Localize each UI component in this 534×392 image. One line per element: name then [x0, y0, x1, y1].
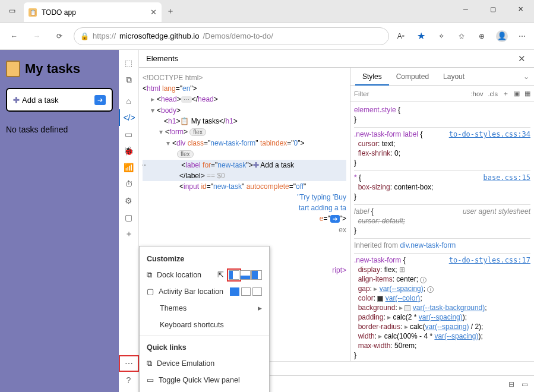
dock-popout-icon[interactable]: ⇱	[217, 270, 224, 280]
window-close-button[interactable]: ✕	[507, 0, 534, 18]
element-style-rule[interactable]: element.style {}	[354, 103, 530, 128]
sources-tool-icon[interactable]: 🐞	[119, 143, 139, 159]
new-tab-button[interactable]: ＋	[162, 1, 179, 22]
url-scheme: https://	[93, 31, 116, 40]
device-emulation-item[interactable]: ⧉Device Emulation	[140, 355, 269, 372]
welcome-tool-icon[interactable]: ⌂	[119, 93, 139, 109]
browser-menu-icon[interactable]: ⋯	[516, 30, 528, 42]
tab-styles[interactable]: Styles	[355, 68, 389, 86]
tab-layout[interactable]: Layout	[436, 68, 472, 86]
add-tool-icon[interactable]: ＋	[119, 226, 139, 242]
browser-tab[interactable]: 📋 TODO app ✕	[24, 2, 162, 22]
panel-icon: ▭	[147, 375, 154, 385]
empty-state: No tasks defined	[6, 125, 113, 134]
url-host: microsoftedge.github.io	[119, 31, 199, 40]
plus-icon: ✚	[13, 96, 20, 105]
console-tool-icon[interactable]: ▭	[119, 126, 139, 143]
performance-tool-icon[interactable]: ⏱	[119, 176, 139, 192]
tab-title: TODO app	[42, 8, 146, 17]
device-icon: ⧉	[147, 358, 152, 369]
window-maximize-button[interactable]: ▢	[479, 0, 507, 18]
devtools-activity-bar: ⬚ ⧉ ⌂ </> ▭ 🐞 📶 ⏱ ⚙ ▢ ＋ ⋯ ?	[119, 50, 139, 392]
dock-location-row: ⧉ Dock location ⇱	[140, 267, 269, 283]
source-link[interactable]: to-do-styles.css:34	[449, 129, 530, 139]
customize-devtools-button[interactable]: ⋯	[119, 355, 139, 372]
styles-filter-input[interactable]	[354, 90, 466, 97]
profile-avatar[interactable]: 👤	[496, 30, 508, 42]
extensions-icon[interactable]: ✧	[435, 30, 447, 42]
lock-icon: 🔒	[80, 32, 89, 40]
submenu-arrow-icon: ▶	[258, 303, 262, 314]
application-tool-icon[interactable]: ▢	[119, 209, 139, 226]
activity-bar-left-option[interactable]	[230, 287, 239, 296]
square-icon: ▢	[147, 286, 154, 297]
hov-toggle[interactable]: :hov	[471, 90, 484, 97]
inspect-icon[interactable]: ⬚	[119, 55, 139, 71]
app-title-label: My tasks	[25, 61, 80, 77]
computed-toggle-icon[interactable]: ▦	[524, 90, 530, 97]
app-title: My tasks	[6, 61, 113, 77]
dock-right-option[interactable]	[251, 270, 262, 280]
new-style-rule-icon[interactable]: ＋	[503, 89, 509, 98]
customize-menu: Customize ⧉ Dock location ⇱ ▢ Activi	[139, 246, 270, 392]
elements-tool-icon[interactable]: </>	[119, 109, 139, 126]
favorites-bar-icon[interactable]: ✩	[456, 30, 467, 42]
tab-computed[interactable]: Computed	[389, 68, 436, 86]
rule-new-task-form-label[interactable]: .new-task-form label {to-do-styles.css:3…	[354, 128, 530, 171]
add-task-placeholder: Add a task	[22, 96, 58, 105]
cls-toggle[interactable]: .cls	[488, 90, 498, 97]
styles-pane: Styles Computed Layout ⌄ :hov .cls ＋ ▣ ▦…	[350, 68, 534, 361]
device-ratio-icon[interactable]: ▣	[514, 90, 520, 97]
rule-new-task-form[interactable]: .new-task-form {to-do-styles.css:17 disp…	[354, 254, 530, 361]
network-tool-icon[interactable]: 📶	[119, 159, 139, 176]
undock-icon: ⧉	[147, 270, 152, 280]
rule-label-ua[interactable]: label {user agent stylesheet cursor: def…	[354, 205, 530, 239]
activity-bar-top-option[interactable]	[241, 287, 251, 296]
activity-bar-location-row: ▢ Activity Bar location	[140, 283, 269, 300]
rule-universal[interactable]: * {base.css:15 box-sizing: content-box;}	[354, 171, 530, 205]
dock-left-option[interactable]	[229, 270, 239, 280]
tab-actions-button[interactable]: ▭	[0, 0, 24, 22]
run-command-item[interactable]: ▷Run command	[140, 388, 269, 392]
clipboard-icon	[6, 61, 20, 77]
devtools-pane: Elements ✕ <!DOCTYPE html> <html lang="e…	[139, 50, 534, 392]
inherited-from-div: Inherited from div.new-task-form	[354, 239, 530, 254]
submit-task-icon[interactable]: ➔	[94, 95, 106, 105]
elements-panel-header: Elements ✕	[139, 50, 534, 68]
collections-icon[interactable]: ⊕	[476, 30, 488, 42]
close-tab-icon[interactable]: ✕	[150, 8, 157, 17]
styles-tabs-more-icon[interactable]: ⌄	[523, 72, 529, 81]
keyboard-shortcuts-item[interactable]: Keyboard shortcuts	[140, 317, 269, 333]
read-aloud-icon[interactable]: A»	[395, 30, 407, 42]
activity-bar-right-option[interactable]	[252, 287, 262, 296]
drawer-errors-icon[interactable]: ⊟	[508, 380, 514, 388]
themes-menu-item[interactable]: Themes ▶	[140, 300, 269, 317]
help-icon[interactable]: ?	[119, 372, 139, 388]
source-link[interactable]: to-do-styles.css:17	[449, 255, 530, 265]
todo-app-pane: My tasks ✚Add a task ➔ No tasks defined	[0, 50, 119, 392]
tab-favicon-icon: 📋	[29, 8, 37, 17]
dock-bottom-option[interactable]	[240, 270, 251, 280]
memory-tool-icon[interactable]: ⚙	[119, 192, 139, 209]
reload-button[interactable]: ⟳	[51, 28, 68, 45]
url-path: /Demos/demo-to-do/	[203, 31, 273, 40]
source-link[interactable]: base.css:15	[484, 173, 530, 182]
add-task-input[interactable]: ✚Add a task ➔	[6, 88, 113, 112]
close-devtools-icon[interactable]: ✕	[514, 53, 529, 64]
quick-links-header: Quick links	[140, 339, 269, 355]
favorite-star-icon[interactable]: ★	[415, 30, 427, 42]
address-bar[interactable]: 🔒 https:// microsoftedge.github.io /Demo…	[74, 27, 389, 45]
elements-panel-title: Elements	[146, 54, 178, 63]
customize-header: Customize	[140, 250, 269, 267]
window-minimize-button[interactable]: ─	[452, 0, 479, 18]
device-toggle-icon[interactable]: ⧉	[119, 71, 139, 88]
back-button[interactable]: ←	[6, 28, 23, 45]
elements-dom-tree[interactable]: <!DOCTYPE html> <html lang="en"> ▸<head>…	[139, 68, 350, 361]
drawer-collapse-icon[interactable]: ▭	[522, 380, 528, 388]
toggle-quick-view-item[interactable]: ▭Toggle Quick View panel	[140, 372, 269, 388]
forward-button[interactable]: →	[29, 28, 45, 45]
